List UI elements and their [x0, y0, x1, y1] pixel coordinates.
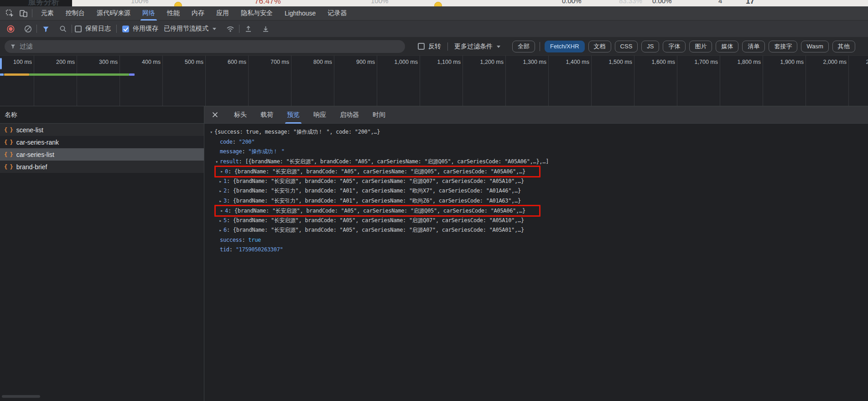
- toolbar-divider: [32, 9, 32, 17]
- horizontal-scrollbar[interactable]: [2, 395, 40, 398]
- type-chip-文档[interactable]: 文档: [588, 41, 611, 52]
- preserve-log-checkbox[interactable]: 保留日志: [75, 25, 111, 33]
- clear-network-log-button[interactable]: [22, 23, 34, 35]
- json-tree-row[interactable]: ▸1: {brandName: "长安启源", brandCode: "A05"…: [204, 177, 868, 187]
- expand-arrow-icon[interactable]: ▾: [213, 157, 220, 167]
- export-har-button[interactable]: [260, 23, 271, 35]
- ruler-gridline: [420, 56, 420, 106]
- checkbox-unchecked-icon: [418, 43, 425, 50]
- detail-tab-label: 载荷: [260, 111, 273, 119]
- type-chip-媒体[interactable]: 媒体: [716, 41, 738, 52]
- expand-arrow-icon[interactable]: ▾: [208, 127, 214, 137]
- network-overview-timeline[interactable]: 100 ms200 ms300 ms400 ms500 ms600 ms700 …: [0, 56, 868, 106]
- type-chip-Wasm[interactable]: Wasm: [801, 41, 828, 52]
- json-plain: [{brandName: "长安启源", brandCode: "A05", c…: [245, 158, 549, 165]
- devtools-tab-性能[interactable]: 性能: [161, 6, 186, 21]
- json-tree-row[interactable]: ▸6: {brandName: "长安启源", brandCode: "A05"…: [204, 225, 868, 235]
- expand-arrow-icon[interactable]: ▸: [217, 216, 223, 226]
- devtools-tab-控制台[interactable]: 控制台: [60, 6, 91, 21]
- json-tree-row[interactable]: tid: "1759050263307": [204, 245, 868, 255]
- devtools-tab-应用[interactable]: 应用: [210, 6, 235, 21]
- json-tree-row[interactable]: ▸2: {brandName: "长安引力", brandCode: "A01"…: [204, 186, 868, 196]
- column-header-name[interactable]: 名称: [0, 106, 204, 124]
- json-key: 2: [223, 187, 227, 194]
- json-tree-row[interactable]: ▾result: [{brandName: "长安启源", brandCode:…: [204, 157, 868, 167]
- detail-tab-载荷[interactable]: 载荷: [260, 106, 273, 124]
- page-behind-metric: 4: [718, 0, 722, 5]
- devtools-tab-隐私与安全[interactable]: 隐私与安全: [235, 6, 279, 21]
- json-tree-row[interactable]: ▸3: {brandName: "长安引力", brandCode: "A01"…: [204, 196, 868, 206]
- devtools-tab-Lighthouse[interactable]: Lighthouse: [279, 6, 322, 21]
- detail-tab-时间[interactable]: 时间: [373, 106, 385, 124]
- tick-label: 1,800 ms: [722, 59, 761, 65]
- expand-arrow-icon[interactable]: ▸: [217, 196, 223, 206]
- expand-arrow-icon[interactable]: ▸: [218, 167, 225, 176]
- overview-left-handle[interactable]: [0, 58, 2, 69]
- type-chip-字体[interactable]: 字体: [663, 41, 686, 52]
- ruler-gridline: [334, 56, 334, 106]
- detail-tab-启动器[interactable]: 启动器: [340, 106, 359, 124]
- throttling-dropdown[interactable]: 已停用节流模式: [164, 25, 216, 33]
- json-plain: :: [228, 208, 234, 214]
- json-key: tid: [220, 246, 229, 253]
- request-detail-panel: 标头载荷预览响应启动器时间 ▾{success: true, message: …: [204, 106, 868, 401]
- filter-toggle-button[interactable]: [40, 23, 52, 35]
- ruler-gridline: [720, 56, 720, 106]
- type-chip-清单[interactable]: 清单: [742, 41, 765, 52]
- request-row-car-series-list[interactable]: { }car-series-list: [0, 148, 204, 161]
- devtools-tab-网络[interactable]: 网络: [136, 6, 161, 21]
- devtools-tab-记录器[interactable]: 记录器: [322, 6, 353, 21]
- json-tree-row[interactable]: ▸4: {brandName: "长安启源", brandCode: "A05"…: [204, 206, 868, 216]
- record-network-log-button[interactable]: [5, 23, 16, 35]
- json-tree-row[interactable]: code: "200": [204, 137, 868, 147]
- request-row-scene-list[interactable]: { }scene-list: [0, 124, 204, 136]
- detail-tab-响应[interactable]: 响应: [313, 106, 326, 124]
- type-chip-label: Fetch/XHR: [550, 43, 579, 50]
- type-chip-其他[interactable]: 其他: [832, 41, 855, 52]
- fetch-xhr-icon: { }: [4, 151, 13, 158]
- import-har-button[interactable]: [242, 23, 254, 35]
- json-plain: {brandName: "长安启源", brandCode: "A05", ca…: [234, 168, 525, 175]
- expand-arrow-icon[interactable]: ▸: [217, 225, 223, 235]
- json-plain: {brandName: "长安启源", brandCode: "A05", ca…: [233, 227, 524, 233]
- close-detail-button[interactable]: [211, 111, 219, 119]
- disable-cache-checkbox[interactable]: 停用缓存: [122, 25, 158, 33]
- detail-tab-标头[interactable]: 标头: [234, 106, 247, 124]
- type-chip-套接字[interactable]: 套接字: [769, 41, 797, 52]
- detail-tab-预览[interactable]: 预览: [287, 106, 300, 124]
- type-chip-图片[interactable]: 图片: [689, 41, 712, 52]
- expand-arrow-icon[interactable]: ▸: [218, 206, 225, 215]
- type-chip-全部[interactable]: 全部: [512, 41, 535, 52]
- network-conditions-button[interactable]: [224, 23, 236, 35]
- chip-divider: [540, 42, 540, 51]
- request-row-car-series-rank[interactable]: { }car-series-rank: [0, 136, 204, 148]
- devtools-tab-源代码/来源[interactable]: 源代码/来源: [91, 6, 136, 21]
- type-chip-JS[interactable]: JS: [641, 41, 659, 52]
- more-filters-dropdown[interactable]: 更多过滤条件: [454, 42, 500, 51]
- page-behind-metric: 0.00%: [652, 0, 672, 5]
- json-tree-row[interactable]: ▾{success: true, message: "操作成功！ ", code…: [204, 127, 868, 137]
- ruler-gridline: [505, 56, 506, 106]
- expand-arrow-icon[interactable]: ▸: [217, 177, 223, 187]
- json-tree-row[interactable]: success: true: [204, 235, 868, 245]
- json-tree-row[interactable]: ▸0: {brandName: "长安启源", brandCode: "A05"…: [204, 167, 868, 177]
- type-chip-Fetch/XHR[interactable]: Fetch/XHR: [545, 41, 585, 52]
- inspect-element-button[interactable]: [4, 7, 16, 19]
- invert-filter-checkbox[interactable]: 反转: [418, 42, 441, 51]
- devtools-tab-元素[interactable]: 元素: [35, 6, 60, 21]
- type-chip-CSS[interactable]: CSS: [615, 41, 638, 52]
- request-row-brand-brief[interactable]: { }brand-brief: [0, 161, 204, 173]
- device-toolbar-button[interactable]: [17, 7, 29, 19]
- expand-arrow-icon[interactable]: ▸: [217, 186, 223, 196]
- json-tree-row[interactable]: message: "操作成功！ ": [204, 147, 868, 157]
- json-tree-row[interactable]: ▸5: {brandName: "长安启源", brandCode: "A05"…: [204, 216, 868, 226]
- ruler-gridline: [248, 56, 249, 106]
- red-annotation-box: ▸0: {brandName: "长安启源", brandCode: "A05"…: [214, 166, 541, 177]
- type-chip-label: 全部: [518, 42, 530, 51]
- ruler-gridline: [463, 56, 463, 106]
- tick-label: 1,600 ms: [636, 59, 675, 65]
- filter-input[interactable]: 过滤: [5, 40, 405, 53]
- search-network-button[interactable]: [57, 23, 69, 35]
- tick-label: 1,000 ms: [379, 59, 418, 65]
- devtools-tab-内存[interactable]: 内存: [186, 6, 210, 21]
